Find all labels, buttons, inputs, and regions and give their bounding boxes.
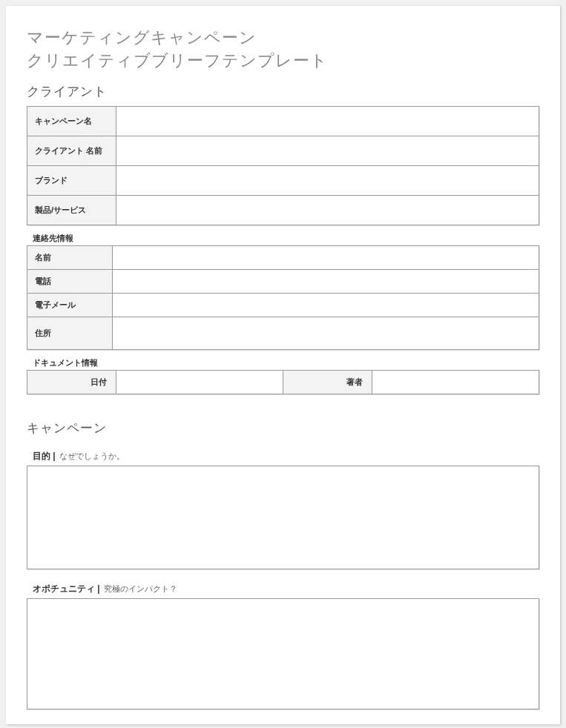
docinfo-subheading: ドキュメント情報 — [27, 357, 539, 368]
client-name-field[interactable] — [116, 136, 539, 165]
purpose-field[interactable] — [27, 466, 539, 569]
contact-phone-field[interactable] — [113, 269, 539, 293]
author-label: 著者 — [283, 370, 372, 394]
client-section-heading: クライアント — [27, 83, 539, 100]
campaign-name-field[interactable] — [116, 106, 539, 136]
table-row: 製品/サービス — [27, 195, 539, 225]
table-row: ブランド — [27, 165, 539, 195]
title-line-2: クリエイティブブリーフテンプレート — [27, 50, 539, 73]
document-info-table: 日付 著者 — [27, 370, 539, 394]
table-row: キャンペーン名 — [27, 106, 539, 136]
contact-table: 名前 電話 電子メール 住所 — [27, 245, 539, 350]
contact-name-field[interactable] — [113, 245, 539, 269]
campaign-section-heading: キャンペーン — [27, 420, 539, 437]
date-label: 日付 — [27, 370, 116, 394]
opportunity-hint: 究極のインパクト？ — [104, 584, 177, 593]
author-field[interactable] — [372, 370, 539, 394]
table-row: 日付 著者 — [27, 370, 539, 394]
table-row: クライアント 名前 — [27, 136, 539, 165]
opportunity-field[interactable] — [27, 598, 539, 709]
date-field[interactable] — [116, 370, 283, 394]
purpose-label: 目的 | なぜでしょうか。 — [27, 450, 539, 463]
table-row: 名前 — [27, 245, 539, 269]
opportunity-label: オポチュニティ | 究極のインパクト？ — [27, 583, 539, 595]
contact-address-field[interactable] — [113, 317, 539, 349]
contact-phone-label: 電話 — [27, 269, 113, 293]
contact-address-label: 住所 — [27, 317, 113, 349]
contact-email-label: 電子メール — [27, 293, 113, 317]
table-row: 住所 — [27, 317, 539, 349]
document-page: マーケティングキャンペーン クリエイティブブリーフテンプレート クライアント キ… — [6, 6, 560, 724]
client-table: キャンペーン名 クライアント 名前 ブランド 製品/サービス — [27, 106, 539, 225]
product-service-label: 製品/サービス — [27, 195, 116, 225]
table-row: 電話 — [27, 269, 539, 293]
brand-field[interactable] — [116, 165, 539, 195]
table-row: 電子メール — [27, 293, 539, 317]
purpose-label-text: 目的 — [33, 451, 50, 461]
client-name-label: クライアント 名前 — [27, 136, 116, 165]
product-service-field[interactable] — [116, 195, 539, 225]
campaign-name-label: キャンペーン名 — [27, 106, 116, 136]
contact-email-field[interactable] — [113, 293, 539, 317]
contact-subheading: 連絡先情報 — [27, 233, 539, 244]
opportunity-label-text: オポチュニティ — [33, 583, 95, 594]
brand-label: ブランド — [27, 165, 116, 195]
title-line-1: マーケティングキャンペーン — [27, 27, 539, 50]
contact-name-label: 名前 — [27, 245, 113, 269]
purpose-hint: なぜでしょうか。 — [59, 451, 125, 460]
